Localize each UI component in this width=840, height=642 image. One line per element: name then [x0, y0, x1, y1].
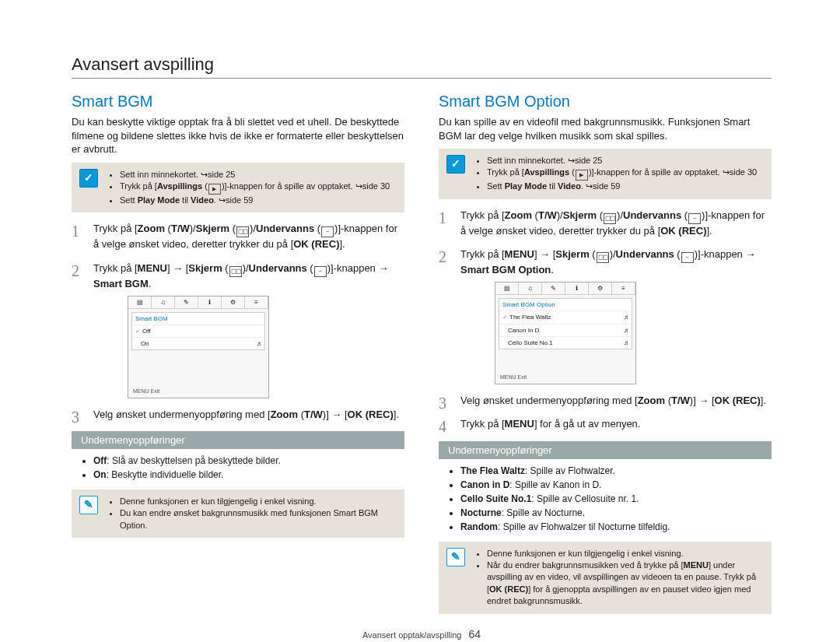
note-item: Denne funksjonen er kun tilgjengelig i e…	[487, 548, 764, 560]
screencap-tab-icon: ♫	[519, 282, 542, 294]
req-item: Trykk på [Avspillings ()]-knappen for å …	[487, 167, 757, 181]
step-4-right: Trykk på [MENU] for å gå ut av menyen.	[439, 417, 772, 431]
screen-icon	[604, 213, 616, 224]
check-chip-icon: ✓	[79, 169, 98, 188]
page-footer: Avansert opptak/avspilling 64	[72, 628, 772, 640]
screencap-tab-icon: ℹ	[198, 296, 222, 308]
screencap-row: ✓Off	[132, 325, 264, 337]
step-2-left: Trykk på [MENU] → [Skjerm ()/Undervanns …	[72, 261, 404, 398]
submenu-item: Random: Spille av Flohwalzer til Nocturn…	[460, 520, 772, 534]
screencap-left: ▤♫✎ℹ⚙≡ Smart BGM ✓Off On♬ MENU Exit	[128, 296, 269, 398]
music-icon: ♬	[624, 326, 628, 335]
submenu-list-left: Off: Slå av beskyttelsen på beskyttede b…	[72, 454, 404, 482]
underwater-icon	[314, 266, 327, 277]
screen-icon	[597, 252, 609, 263]
step-2-right: Trykk på [MENU] → [Skjerm ()/Undervanns …	[439, 247, 772, 384]
screencap-tab-icon: ✎	[542, 282, 565, 294]
step-3-left: Velg ønsket undermenyoppføring med [Zoom…	[72, 408, 404, 422]
screencap-tab-icon: ▤	[495, 282, 519, 294]
music-icon: ♬	[624, 313, 628, 321]
screencap-panel: Smart BGM ✓Off On♬	[131, 312, 265, 351]
columns: Smart BGM Du kan beskytte viktige opptak…	[72, 93, 772, 623]
play-icon	[576, 170, 588, 181]
manual-page: Avansert avspilling Smart BGM Du kan bes…	[0, 0, 840, 642]
note-item: Når du endrer bakgrunnsmusikken ved å tr…	[487, 560, 764, 608]
notes-list-left: Denne funksjonen er kun tilgjengelig i e…	[107, 496, 397, 531]
screencap-row: ✓The Flea Waltz♬	[499, 310, 632, 323]
submenu-header-right: Undermenyoppføringer	[439, 441, 772, 459]
intro-left: Du kan beskytte viktige opptak fra å bli…	[72, 115, 404, 156]
submenu-item: On: Beskytte individuelle bilder.	[93, 468, 404, 482]
page-title: Avansert avspilling	[72, 54, 772, 79]
screencap-right: ▤♫✎ℹ⚙≡ Smart BGM Option ✓The Flea Waltz♬…	[495, 282, 636, 384]
requirements-list-right: Sett inn minnekortet. ↪side 25 Trykk på …	[474, 155, 757, 193]
screencap-row: Cello Suite No.1♬	[499, 336, 632, 349]
screen-icon	[229, 266, 242, 277]
note-item: Denne funksjonen er kun tilgjengelig i e…	[120, 496, 397, 507]
screencap-row: On♬	[132, 337, 264, 349]
req-item: Sett inn minnekortet. ↪side 25	[487, 155, 757, 167]
requirements-list-left: Sett inn minnekortet. ↪side 25 Trykk på …	[107, 169, 390, 207]
submenu-item: Off: Slå av beskyttelsen på beskyttede b…	[93, 454, 404, 468]
submenu-item: The Flea Waltz: Spille av Flohwalzer.	[460, 464, 772, 478]
submenu-item: Cello Suite No.1: Spille av Cellosuite n…	[460, 492, 772, 506]
screencap-panel-title: Smart BGM	[132, 313, 264, 325]
note-item: Du kan endre ønsket bakgrunnsmusikk med …	[120, 507, 397, 531]
submenu-list-right: The Flea Waltz: Spille av Flohwalzer. Ca…	[439, 464, 772, 534]
screen-icon	[236, 226, 249, 237]
footer-label: Avansert opptak/avspilling	[362, 630, 462, 640]
underwater-icon	[681, 252, 694, 263]
section-heading-smart-bgm: Smart BGM	[72, 93, 404, 111]
screencap-row: Canon In D♬	[499, 324, 632, 336]
section-heading-smart-bgm-option: Smart BGM Option	[439, 93, 772, 111]
screencap-tab-icon: ✎	[175, 296, 198, 308]
page-number: 64	[469, 628, 481, 640]
note-chip-icon: ✎	[79, 496, 98, 514]
screencap-tab-icon: ⚙	[222, 296, 245, 308]
screencap-exit: MENU Exit	[133, 388, 159, 395]
screencap-topbar: ▤♫✎ℹ⚙≡	[128, 296, 268, 309]
underwater-icon	[321, 226, 334, 237]
screencap-panel: Smart BGM Option ✓The Flea Waltz♬ Canon …	[499, 298, 632, 349]
requirements-box-right: ✓ Sett inn minnekortet. ↪side 25 Trykk p…	[439, 149, 772, 199]
submenu-item: Nocturne: Spille av Nocturne.	[460, 506, 772, 520]
notes-box-right: ✎ Denne funksjonen er kun tilgjengelig i…	[439, 542, 772, 614]
steps-right: Trykk på [Zoom (T/W)/Skjerm ()/Undervann…	[439, 209, 772, 432]
screencap-topbar: ▤♫✎ℹ⚙≡	[495, 282, 635, 295]
req-item: Sett inn minnekortet. ↪side 25	[120, 169, 390, 181]
underwater-icon	[688, 213, 701, 224]
column-left: Smart BGM Du kan beskytte viktige opptak…	[72, 93, 404, 623]
screencap-tab-icon: ♫	[152, 296, 175, 308]
requirements-box-left: ✓ Sett inn minnekortet. ↪side 25 Trykk p…	[72, 163, 404, 213]
step-1-left: Trykk på [Zoom (T/W)/Skjerm ()/Undervann…	[72, 222, 404, 251]
note-chip-icon: ✎	[446, 548, 465, 567]
step-3-right: Velg ønsket undermenyoppføring med [Zoom…	[439, 394, 772, 408]
step-1-right: Trykk på [Zoom (T/W)/Skjerm ()/Undervann…	[439, 209, 772, 238]
music-icon: ♬	[624, 339, 628, 347]
notes-list-right: Denne funksjonen er kun tilgjengelig i e…	[474, 548, 764, 608]
screencap-panel-title: Smart BGM Option	[499, 299, 632, 310]
music-icon: ♬	[257, 339, 261, 348]
screencap-tab-icon: ℹ	[565, 282, 589, 294]
column-right: Smart BGM Option Du kan spille av en vid…	[439, 93, 772, 623]
steps-left: Trykk på [Zoom (T/W)/Skjerm ()/Undervann…	[72, 222, 404, 422]
intro-right: Du kan spille av en videofil med bakgrun…	[439, 115, 772, 142]
req-item: Sett Play Mode til Video. ↪side 59	[487, 181, 757, 192]
notes-box-left: ✎ Denne funksjonen er kun tilgjengelig i…	[72, 489, 404, 538]
screencap-tab-icon: ≡	[612, 282, 635, 294]
screencap-exit: MENU Exit	[500, 374, 527, 381]
screencap-tab-icon: ⚙	[589, 282, 612, 294]
play-icon	[208, 184, 221, 195]
screencap-tab-icon: ▤	[128, 296, 152, 308]
check-chip-icon: ✓	[446, 155, 465, 174]
req-item: Sett Play Mode til Video. ↪side 59	[120, 195, 390, 206]
req-item: Trykk på [Avspillings ()]-knappen for å …	[120, 181, 390, 195]
submenu-header-left: Undermenyoppføringer	[72, 431, 404, 449]
screencap-tab-icon: ≡	[245, 296, 268, 308]
submenu-item: Canon in D: Spille av Kanon in D.	[460, 478, 772, 492]
